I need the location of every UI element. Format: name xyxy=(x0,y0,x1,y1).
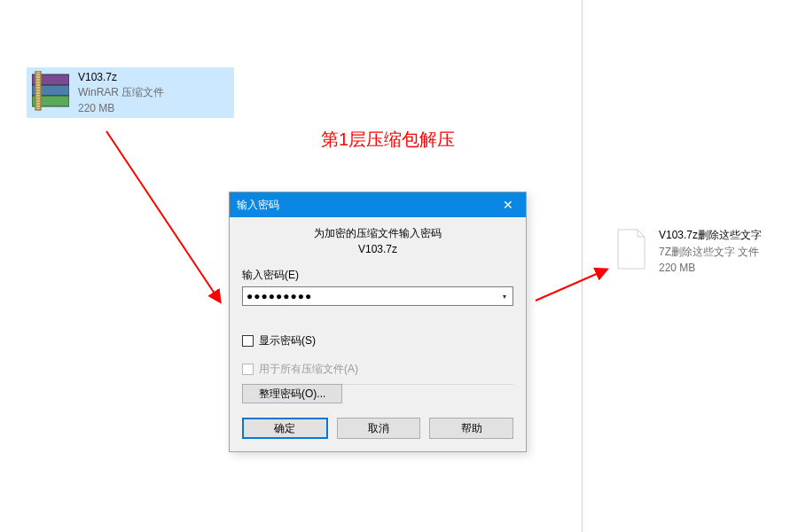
close-icon: ✕ xyxy=(503,198,513,212)
dialog-title: 输入密码 xyxy=(237,198,490,213)
show-password-row[interactable]: 显示密码(S) xyxy=(242,332,513,348)
file-type: WinRAR 压缩文件 xyxy=(78,85,164,100)
organize-block: 整理密码(O)... xyxy=(242,384,513,403)
file-name: V103.7z删除这些文字 xyxy=(659,228,762,243)
arrow-right xyxy=(536,270,606,301)
password-field-row: ▾ xyxy=(242,286,513,306)
file-text: V103.7z删除这些文字 7Z删除这些文字 文件 220 MB xyxy=(659,228,762,274)
pane-divider xyxy=(582,0,583,532)
show-password-label: 显示密码(S) xyxy=(259,333,316,348)
file-size: 220 MB xyxy=(78,102,164,114)
dialog-body: 为加密的压缩文件输入密码 V103.7z 输入密码(E) ▾ 显示密码(S) 用… xyxy=(230,217,526,451)
checkbox-use-for-all xyxy=(242,364,254,375)
password-dialog: 输入密码 ✕ 为加密的压缩文件输入密码 V103.7z 输入密码(E) ▾ 显示… xyxy=(229,192,527,452)
help-button[interactable]: 帮助 xyxy=(429,418,513,439)
organize-passwords-button[interactable]: 整理密码(O)... xyxy=(242,384,342,403)
file-type: 7Z删除这些文字 文件 xyxy=(659,245,762,260)
ok-button[interactable]: 确定 xyxy=(242,418,328,439)
dialog-header: 为加密的压缩文件输入密码 V103.7z xyxy=(242,226,513,255)
blank-file-icon xyxy=(613,228,650,270)
file-text: V103.7z WinRAR 压缩文件 220 MB xyxy=(78,71,164,114)
password-input[interactable] xyxy=(242,286,513,306)
dropdown-button[interactable]: ▾ xyxy=(497,287,512,305)
svg-rect-3 xyxy=(35,71,41,110)
winrar-archive-icon xyxy=(32,71,69,113)
chevron-down-icon: ▾ xyxy=(503,293,506,301)
annotation-title: 第1层压缩包解压 xyxy=(321,128,455,152)
dialog-titlebar[interactable]: 输入密码 ✕ xyxy=(230,192,526,217)
password-label: 输入密码(E) xyxy=(242,268,513,283)
dialog-button-row: 确定 取消 帮助 xyxy=(242,418,513,439)
checkbox-show-password[interactable] xyxy=(242,335,254,347)
arrow-left xyxy=(106,131,220,301)
cancel-button[interactable]: 取消 xyxy=(337,418,421,439)
file-item-archive[interactable]: V103.7z WinRAR 压缩文件 220 MB xyxy=(27,67,234,118)
file-name: V103.7z xyxy=(78,71,164,83)
use-for-all-label: 用于所有压缩文件(A) xyxy=(259,362,358,377)
dialog-header-filename: V103.7z xyxy=(242,243,513,255)
file-item-output[interactable]: V103.7z删除这些文字 7Z删除这些文字 文件 220 MB xyxy=(607,224,785,278)
dialog-header-line1: 为加密的压缩文件输入密码 xyxy=(242,226,513,241)
file-size: 220 MB xyxy=(659,262,762,274)
close-button[interactable]: ✕ xyxy=(490,192,526,217)
use-for-all-row: 用于所有压缩文件(A) xyxy=(242,361,513,377)
